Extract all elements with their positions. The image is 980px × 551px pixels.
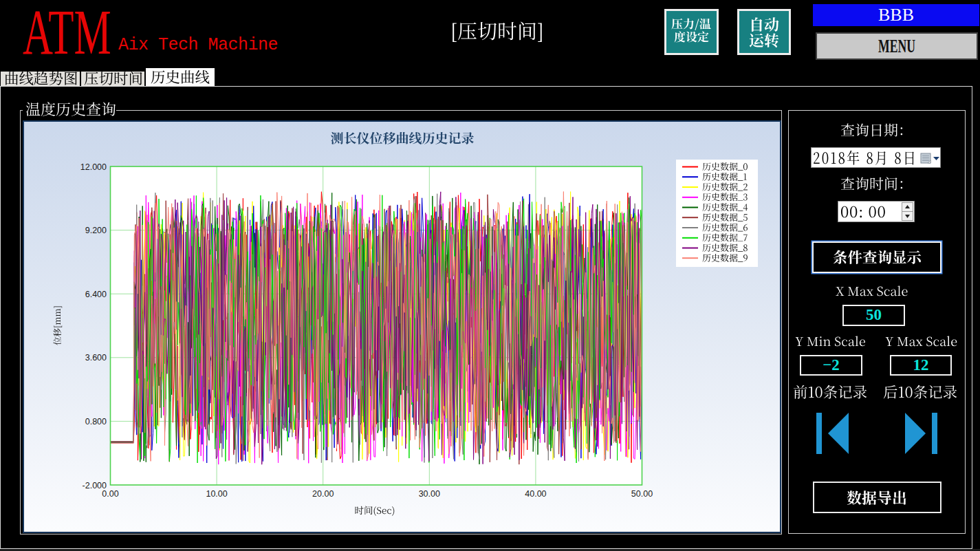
svg-text:0.800: 0.800 xyxy=(85,417,107,426)
svg-text:3.600: 3.600 xyxy=(85,353,107,363)
svg-text:9.200: 9.200 xyxy=(85,226,107,235)
svg-text:0.00: 0.00 xyxy=(102,489,118,499)
svg-text:20.00: 20.00 xyxy=(312,489,334,499)
svg-text:30.00: 30.00 xyxy=(419,489,440,499)
svg-text:12.000: 12.000 xyxy=(80,162,107,172)
svg-text:40.00: 40.00 xyxy=(525,489,546,499)
svg-text:10.00: 10.00 xyxy=(206,489,227,499)
svg-text:50.00: 50.00 xyxy=(631,489,653,499)
svg-text:6.400: 6.400 xyxy=(85,290,107,299)
